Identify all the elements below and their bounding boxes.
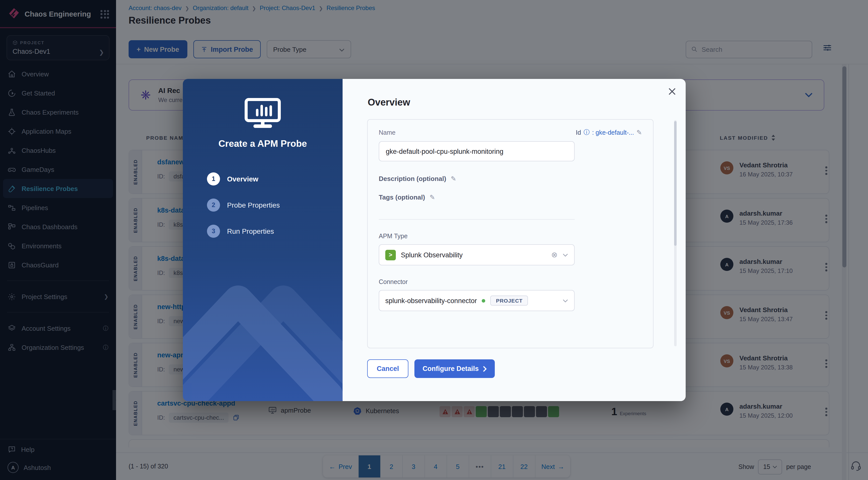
chevron-right-icon	[483, 366, 487, 372]
name-label: Name	[379, 129, 396, 136]
create-apm-probe-modal: Create a APM Probe 1 Overview 2 Probe Pr…	[183, 79, 686, 401]
connector-select[interactable]: splunk-observability-connector PROJECT	[379, 290, 575, 311]
modal-footer: Cancel Configure Details	[367, 359, 495, 378]
divider	[379, 219, 575, 220]
step-run-properties[interactable]: 3 Run Properties	[207, 225, 280, 238]
connector-status-dot	[482, 299, 486, 302]
chevron-down-icon	[563, 299, 568, 302]
id-label: Id	[576, 129, 581, 136]
cancel-button[interactable]: Cancel	[367, 359, 409, 378]
apm-type-label: APM Type	[379, 233, 642, 240]
modal-title: Create a APM Probe	[183, 138, 343, 149]
description-label: Description (optional)	[379, 175, 446, 182]
tags-label: Tags (optional)	[379, 193, 425, 201]
step-overview[interactable]: 1 Overview	[207, 172, 280, 185]
form-section-title: Overview	[368, 97, 410, 108]
info-icon: ⓘ	[583, 128, 589, 137]
apm-monitor-icon	[183, 98, 343, 128]
modal-scrollbar-thumb[interactable]	[674, 121, 677, 246]
clear-selection-icon[interactable]: ⊗	[551, 250, 558, 259]
modal-left-panel: Create a APM Probe 1 Overview 2 Probe Pr…	[183, 79, 343, 401]
chevron-down-icon	[563, 253, 568, 257]
harness-watermark	[183, 245, 343, 401]
close-icon[interactable]	[668, 87, 677, 96]
wizard-steps: 1 Overview 2 Probe Properties 3 Run Prop…	[207, 172, 280, 251]
apm-type-select[interactable]: > Splunk Observability ⊗	[379, 244, 575, 265]
edit-tags-icon[interactable]: ✎	[430, 193, 435, 201]
connector-label: Connector	[379, 278, 642, 286]
edit-description-icon[interactable]: ✎	[451, 175, 456, 182]
overview-form: Name Id ⓘ : gke-default-... ✎ Descriptio…	[367, 119, 653, 348]
configure-details-button[interactable]: Configure Details	[415, 359, 495, 378]
splunk-icon: >	[385, 249, 396, 260]
probe-name-input[interactable]	[379, 141, 575, 161]
modal-right-panel: Overview Name Id ⓘ : gke-default-... ✎ D…	[343, 79, 686, 401]
id-value: : gke-default-...	[592, 129, 634, 136]
edit-id-icon[interactable]: ✎	[637, 129, 642, 136]
connector-scope-badge: PROJECT	[491, 296, 528, 306]
step-probe-properties[interactable]: 2 Probe Properties	[207, 199, 280, 212]
